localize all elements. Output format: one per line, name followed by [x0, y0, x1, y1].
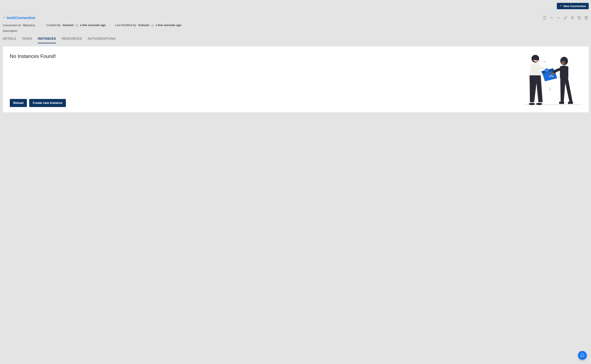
svg-text:?: ? — [546, 69, 548, 72]
svg-rect-17 — [568, 102, 573, 104]
breadcrumb[interactable]: test1Connection — [3, 16, 35, 20]
svg-point-16 — [551, 72, 554, 75]
history-icon[interactable] — [577, 16, 581, 20]
created-by: Created By testuser a few seconds ago — [46, 23, 106, 27]
header-actions — [543, 16, 588, 20]
reload-button[interactable]: Reload — [10, 99, 27, 107]
created-by-ago: a few seconds ago — [80, 23, 106, 27]
topbar: New Connection — [0, 0, 591, 12]
tab-tasks[interactable]: TASKS — [22, 37, 32, 43]
edit-icon[interactable] — [564, 16, 567, 20]
description-label: Description — [3, 27, 588, 32]
tab-authorizations[interactable]: AUTHORIZATIONS — [87, 37, 116, 43]
connection-id: Connection Id f3bbedcd... — [3, 24, 37, 27]
chat-icon — [580, 353, 584, 358]
create-instance-button[interactable]: Create new Instance — [29, 99, 66, 107]
page-header: test1Connection — [0, 12, 591, 32]
tag-icon[interactable] — [571, 16, 574, 20]
empty-state-illustration: ? — [524, 53, 582, 107]
svg-point-5 — [549, 88, 551, 91]
svg-rect-18 — [559, 102, 564, 104]
svg-point-4 — [543, 61, 546, 63]
clock-icon — [151, 24, 154, 27]
new-connection-button[interactable]: New Connection — [557, 3, 589, 9]
last-modified-by-label: Last Modified By — [115, 23, 136, 27]
clock-icon — [75, 24, 78, 27]
chevron-up-icon[interactable] — [550, 16, 554, 20]
sync-icon[interactable] — [543, 16, 547, 20]
created-by-label: Created By — [46, 23, 61, 27]
breadcrumb-row: test1Connection — [3, 16, 588, 20]
chat-fab[interactable] — [578, 351, 587, 360]
last-modified-by-user: testuser — [138, 23, 149, 27]
empty-state-card: No Instances Found! Reload Create new In… — [3, 46, 589, 112]
empty-state-left: No Instances Found! Reload Create new In… — [10, 53, 66, 107]
separator — [110, 23, 110, 27]
empty-state-actions: Reload Create new Instance — [10, 99, 66, 107]
meta-row: Connection Id f3bbedcd... Created By tes… — [3, 20, 588, 27]
tabs: DETAILS TASKS INSTANCES RESOURCES AUTHOR… — [0, 32, 591, 43]
svg-point-15 — [561, 61, 565, 65]
plus-icon — [559, 4, 562, 8]
chevron-left-icon — [3, 16, 6, 20]
new-connection-label: New Connection — [563, 4, 586, 8]
tab-details[interactable]: DETAILS — [3, 37, 16, 43]
created-by-user: testuser — [63, 23, 74, 27]
svg-point-7 — [529, 103, 535, 105]
trash-icon[interactable] — [584, 16, 588, 20]
connection-id-label: Connection Id — [3, 24, 21, 27]
svg-point-8 — [536, 103, 542, 105]
last-modified-by: Last Modified By testuser a few seconds … — [115, 23, 181, 27]
connection-id-value: f3bbedcd... — [23, 24, 37, 27]
empty-state-illustration-wrap: ? — [524, 53, 582, 107]
tab-resources[interactable]: RESOURCES — [62, 37, 82, 43]
chevron-down-icon[interactable] — [557, 16, 560, 20]
separator — [41, 23, 42, 27]
svg-point-0 — [572, 17, 573, 17]
page-title: test1Connection — [7, 16, 35, 20]
last-modified-by-ago: a few seconds ago — [156, 23, 181, 27]
tab-instances[interactable]: INSTANCES — [38, 37, 56, 43]
empty-state-title: No Instances Found! — [10, 53, 66, 59]
